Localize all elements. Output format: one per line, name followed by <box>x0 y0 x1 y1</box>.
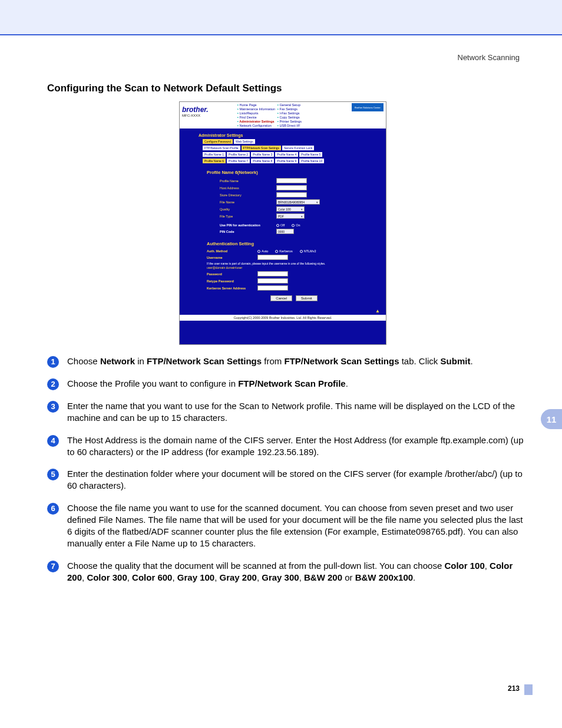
brand-logo: brother. <box>182 106 235 114</box>
step-3: 3 Enter the name that you want to use fo… <box>47 400 524 424</box>
file-name-select[interactable]: BRN001BA9080954▾ <box>276 199 320 205</box>
tab[interactable]: Profile Name 2 <box>226 151 250 157</box>
tab-row-1: Configure Password Web Settings <box>202 139 381 144</box>
step-number-icon: 6 <box>47 503 59 515</box>
page-header: Network Scanning <box>458 53 520 62</box>
tab[interactable]: Profile Name 4 <box>275 151 299 157</box>
tab[interactable]: Configure Password <box>202 139 233 144</box>
label-file-name: File Name <box>220 200 273 204</box>
nav-link-active[interactable]: Administrator Settings <box>237 120 275 123</box>
tab[interactable]: Profile Name 6 <box>202 158 226 164</box>
chapter-tab: 11 <box>541 409 562 429</box>
step-1: 1 Choose Network in FTP/Network Scan Set… <box>47 355 524 368</box>
tab[interactable]: Profile Name 1 <box>202 151 226 157</box>
label-password: Password <box>207 272 254 276</box>
pin-code-input[interactable]: 0000 <box>276 229 294 234</box>
submit-button[interactable]: Submit <box>296 295 318 301</box>
model-label: MFC-XXXX <box>182 114 235 117</box>
tab-row-2: FTP/Network Scan Profile FTP/Network Sca… <box>202 145 381 151</box>
label-profile-name: Profile Name <box>220 179 273 183</box>
retype-password-input[interactable] <box>257 278 288 284</box>
tab[interactable]: FTP/Network Scan Settings <box>241 145 282 151</box>
nav-link[interactable]: Fax Settings <box>277 107 302 111</box>
nav-link[interactable]: General Setup <box>277 103 302 107</box>
profile-header: Profile Name 6(Network) <box>207 170 381 175</box>
cancel-button[interactable]: Cancel <box>270 295 292 301</box>
step-4: 4 The Host Address is the domain name of… <box>47 434 524 459</box>
nav-link[interactable]: Network Configuration <box>237 124 275 127</box>
nav-link[interactable]: USB Direct I/F <box>277 124 302 127</box>
tab[interactable]: Profile Name 3 <box>250 151 275 157</box>
nav-link[interactable]: Copy Settings <box>277 116 302 119</box>
store-directory-input[interactable] <box>276 192 307 197</box>
label-auth-method: Auth. Method <box>207 249 254 253</box>
solutions-center-badge[interactable]: Brother Solutions Center <box>352 103 384 111</box>
auth-note: If the user name is part of domain, plea… <box>207 262 381 265</box>
tab[interactable]: Secure Function Lock <box>282 145 315 151</box>
step-number-icon: 7 <box>47 561 59 572</box>
back-to-top-icon[interactable]: ▲ <box>180 305 386 315</box>
label-pin-code: PIN Code <box>220 230 273 233</box>
tab[interactable]: FTP/Network Scan Profile <box>202 145 241 151</box>
tab[interactable]: Profile Name 5 <box>299 151 323 157</box>
auth-note-sub: user@domain domain\user <box>207 266 381 269</box>
label-host-address: Host Address <box>220 186 273 190</box>
page-marker <box>524 684 533 695</box>
nav-link[interactable]: Find Device <box>237 116 275 119</box>
pin-off-radio[interactable]: Off <box>276 223 285 227</box>
tab[interactable]: Profile Name 9 <box>275 158 299 164</box>
chevron-down-icon: ▾ <box>316 200 318 204</box>
pin-on-radio[interactable]: On <box>292 223 300 227</box>
username-input[interactable] <box>257 255 288 260</box>
auth-header: Authentication Setting <box>207 241 381 246</box>
label-username: Username <box>207 256 254 259</box>
tab-row-4: Profile Name 6 Profile Name 7 Profile Na… <box>202 158 381 164</box>
nav-link[interactable]: Home Page <box>237 103 275 107</box>
top-band <box>0 0 562 35</box>
host-address-input[interactable] <box>276 185 307 190</box>
step-6: 6 Choose the file name you want to use f… <box>47 502 524 550</box>
label-retype-password: Retype Password <box>207 279 254 283</box>
tab[interactable]: Profile Name 8 <box>250 158 275 164</box>
config-copyright: Copyright(C) 2000-2009 Brother Industrie… <box>180 315 386 321</box>
chevron-down-icon: ▾ <box>301 215 303 218</box>
label-store-directory: Store Directory <box>220 193 273 197</box>
label-file-type: File Type <box>220 215 273 218</box>
tab[interactable]: Profile Name 7 <box>226 158 250 164</box>
step-2: 2 Choose the Profile you want to configu… <box>47 378 524 390</box>
config-screenshot: brother. MFC-XXXX Home Page Maintenance … <box>179 101 386 345</box>
nav-link[interactable]: Maintenance Information <box>237 107 275 111</box>
tab-row-3: Profile Name 1 Profile Name 2 Profile Na… <box>202 151 381 157</box>
nav-right-col: General Setup Fax Settings I-Fax Setting… <box>277 103 302 127</box>
step-number-icon: 1 <box>47 356 59 368</box>
step-7: 7 Choose the quality that the document w… <box>47 560 524 584</box>
tab[interactable]: Profile Name 10 <box>299 158 325 164</box>
file-type-select[interactable]: PDF▾ <box>276 213 305 219</box>
label-use-pin: Use PIN for authentication <box>220 223 273 227</box>
kerberos-server-input[interactable] <box>257 285 288 291</box>
label-quality: Quality <box>220 207 273 211</box>
step-5: 5 Enter the destination folder where you… <box>47 468 524 492</box>
label-kerberos-server: Kerberos Server Address <box>207 286 254 290</box>
profile-name-input[interactable] <box>276 178 307 183</box>
nav-link[interactable]: I-Fax Settings <box>277 111 302 115</box>
auth-ntlmv2-radio[interactable]: NTLMv2 <box>300 249 316 253</box>
auth-auto-radio[interactable]: Auto <box>257 249 268 253</box>
auth-kerberos-radio[interactable]: Kerberos <box>275 249 292 253</box>
config-top-bar: brother. MFC-XXXX Home Page Maintenance … <box>180 102 386 129</box>
section-title: Configuring the Scan to Network Default … <box>47 83 282 94</box>
step-number-icon: 4 <box>47 435 59 447</box>
steps-list: 1 Choose Network in FTP/Network Scan Set… <box>47 355 524 594</box>
nav-link[interactable]: Printer Settings <box>277 120 302 123</box>
tab[interactable]: Web Settings <box>233 139 256 144</box>
step-number-icon: 3 <box>47 401 59 413</box>
admin-settings-title: Administrator Settings <box>199 133 381 137</box>
chevron-down-icon: ▾ <box>301 207 303 211</box>
nav-left-col: Home Page Maintenance Information Lists/… <box>237 103 275 127</box>
page-number: 213 <box>508 684 520 693</box>
password-input[interactable] <box>257 271 288 276</box>
step-number-icon: 5 <box>47 469 59 480</box>
nav-link[interactable]: Lists/Reports <box>237 111 275 115</box>
quality-select[interactable]: Color 100▾ <box>276 206 305 212</box>
step-number-icon: 2 <box>47 378 59 390</box>
